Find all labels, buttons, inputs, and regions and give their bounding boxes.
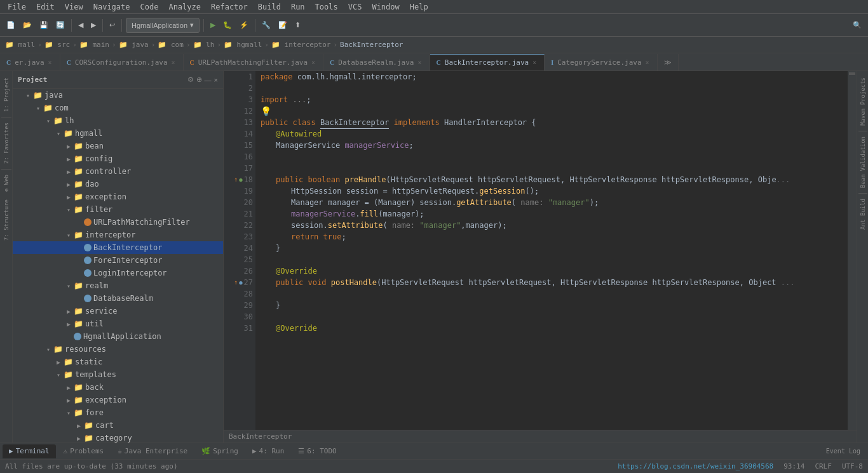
tree-hgmall[interactable]: ▾ 📁 hgmall <box>13 127 223 140</box>
tree-static[interactable]: ▶ 📁 static <box>13 356 223 368</box>
sidebar-settings[interactable]: ⚙ <box>187 76 194 84</box>
tree-dbrealm[interactable]: ▶ DatabaseRealm <box>13 292 223 305</box>
tab-cors-close[interactable]: × <box>170 59 177 66</box>
tree-lh[interactable]: ▾ 📁 lh <box>13 114 223 127</box>
sync-btn[interactable]: 🔄 <box>53 17 67 34</box>
menu-vcs[interactable]: VCS <box>343 0 367 14</box>
menu-code[interactable]: Code <box>135 0 164 14</box>
code-content[interactable]: package com.lh.hgmall.interceptor; impor… <box>255 71 848 430</box>
back-btn[interactable]: ◀ <box>76 17 86 34</box>
tab-catservice[interactable]: I CategoryService.java × <box>545 54 657 70</box>
tab-urlpath-close[interactable]: × <box>310 59 316 66</box>
save-btn[interactable]: 💾 <box>37 17 51 34</box>
run-with-coverage-btn[interactable]: ⚡ <box>237 17 251 34</box>
tree-exception[interactable]: ▶ 📁 exception <box>13 190 223 203</box>
tab-er-close[interactable]: × <box>47 59 53 66</box>
tab-dbrealm[interactable]: C DatabaseRealm.java × <box>323 54 430 70</box>
tab-more[interactable]: ≫ <box>658 54 679 70</box>
tree-realm[interactable]: ▾ 📁 realm <box>13 279 223 292</box>
tree-tmpl-exception[interactable]: ▶ 📁 exception <box>13 394 223 406</box>
menu-navigate[interactable]: Navigate <box>88 0 135 14</box>
debug-btn[interactable]: 🐛 <box>220 17 234 34</box>
event-log-btn[interactable]: Event Log <box>821 448 865 455</box>
breadcrumb-lh[interactable]: 📁 lh <box>193 41 215 49</box>
tab-dbrealm-close[interactable]: × <box>417 59 423 66</box>
tree-resources[interactable]: ▾ 📁 resources <box>13 343 223 356</box>
tree-hgmallapp[interactable]: ▶ HgmallApplication <box>13 330 223 343</box>
tree-config[interactable]: ▶ 📁 config <box>13 152 223 165</box>
forward-btn[interactable]: ▶ <box>88 17 98 34</box>
tab-cors[interactable]: C CORSConfiguration.java × <box>60 54 184 70</box>
tab-urlpath[interactable]: C URLPathMatchingFilter.java × <box>184 54 323 70</box>
tree-bean[interactable]: ▶ 📁 bean <box>13 140 223 152</box>
menu-run[interactable]: Run <box>286 0 310 14</box>
push-btn[interactable]: ⬆ <box>292 17 303 34</box>
tree-java[interactable]: ▾ 📁 java <box>13 89 223 102</box>
menu-tools[interactable]: Tools <box>310 0 343 14</box>
project-panel-label[interactable]: 1: Project <box>2 74 11 116</box>
footer-tab-problems[interactable]: ⚠ Problems <box>57 444 111 458</box>
sidebar-collapse[interactable]: — <box>205 76 212 84</box>
tree-back-folder[interactable]: ▶ 📁 back <box>13 381 223 394</box>
footer-tab-run[interactable]: ▶ 4: Run <box>246 444 290 458</box>
tree-service[interactable]: ▶ 📁 service <box>13 305 223 317</box>
menu-analyze[interactable]: Analyze <box>163 0 206 14</box>
breadcrumb-file[interactable]: BackInterceptor <box>340 41 403 49</box>
tree-category[interactable]: ▶ 📁 category <box>13 432 223 443</box>
maven-panel-label[interactable]: Maven Projects <box>858 74 867 130</box>
tree-controller[interactable]: ▶ 📁 controller <box>13 165 223 178</box>
footer-tab-todo[interactable]: ☰ 6: TODO <box>292 444 342 458</box>
search-everywhere-btn[interactable]: 🔍 <box>850 17 864 34</box>
tree-cart[interactable]: ▶ 📁 cart <box>13 419 223 432</box>
web-panel-label[interactable]: ⊕ Web <box>2 171 11 196</box>
tree-templates[interactable]: ▾ 📁 templates <box>13 368 223 381</box>
breadcrumb-hgmall[interactable]: 📁 hgmall <box>224 41 262 49</box>
footer-tab-terminal[interactable]: ▶ Terminal <box>3 444 56 458</box>
tree-logininterceptor[interactable]: ▶ LoginInterceptor <box>13 267 223 279</box>
favorites-panel-label[interactable]: 2: Favorites <box>2 119 11 168</box>
tree-interceptor[interactable]: ▾ 📁 interceptor <box>13 229 223 241</box>
vcs-btn[interactable]: 🔧 <box>259 17 273 34</box>
breadcrumb-java[interactable]: 📁 java <box>119 41 149 49</box>
run-btn[interactable]: ▶ <box>208 17 218 34</box>
breadcrumb-src[interactable]: 📁 src <box>44 41 71 49</box>
open-btn[interactable]: 📂 <box>20 17 34 34</box>
tree-foreinterceptor[interactable]: ▶ ForeInterceptor <box>13 254 223 267</box>
menu-help[interactable]: Help <box>405 0 433 14</box>
tree-backinterceptor[interactable]: ▶ BackInterceptor <box>13 241 223 254</box>
scrollbar-thumb[interactable] <box>849 72 855 75</box>
breadcrumb-mall[interactable]: 📁 mall <box>5 41 35 49</box>
tab-back[interactable]: C BackInterceptor.java × <box>430 54 545 70</box>
tab-catservice-close[interactable]: × <box>644 59 651 66</box>
breadcrumb-main[interactable]: 📁 main <box>79 41 109 49</box>
sidebar-close[interactable]: × <box>214 76 218 84</box>
bean-panel-label[interactable]: Bean Validation <box>858 133 867 192</box>
tree-util[interactable]: ▶ 📁 util <box>13 317 223 330</box>
menu-build[interactable]: Build <box>253 0 286 14</box>
menu-refactor[interactable]: Refactor <box>206 0 253 14</box>
new-file-btn[interactable]: 📄 <box>4 17 18 34</box>
structure-panel-label[interactable]: 7: Structure <box>2 196 11 244</box>
menu-file[interactable]: File <box>3 0 31 14</box>
tree-dao[interactable]: ▶ 📁 dao <box>13 178 223 190</box>
breadcrumb-interceptor[interactable]: 📁 interceptor <box>271 41 330 49</box>
menu-window[interactable]: Window <box>367 0 404 14</box>
breadcrumb-com[interactable]: 📁 com <box>158 41 184 49</box>
footer-tab-javaenterprise[interactable]: ☕ Java Enterprise <box>111 444 194 458</box>
menu-edit[interactable]: Edit <box>31 0 60 14</box>
csdn-link[interactable]: https://blog.csdn.net/weixin_36904568 <box>618 462 773 470</box>
tree-com[interactable]: ▾ 📁 com <box>13 102 223 114</box>
tree-fore-folder[interactable]: ▾ 📁 fore <box>13 406 223 419</box>
commit-btn[interactable]: 📝 <box>276 17 290 34</box>
code-editor[interactable]: 1 2 3 12 13 14 15 16 17 ↑ ● 18 19 20 <box>224 71 857 443</box>
ant-panel-label[interactable]: Ant Build <box>858 195 867 234</box>
undo-btn[interactable]: ↩ <box>107 17 118 34</box>
footer-tab-spring[interactable]: 🌿 Spring <box>195 444 245 458</box>
tab-er[interactable]: C er.java × <box>0 54 60 70</box>
sidebar-scroll-from-source[interactable]: ⊕ <box>196 76 202 84</box>
menu-view[interactable]: View <box>60 0 88 14</box>
app-selector[interactable]: HgmallApplication ▾ <box>126 18 200 33</box>
tree-filter[interactable]: ▾ 📁 filter <box>13 203 223 216</box>
tab-back-close[interactable]: × <box>531 59 538 66</box>
tree-urlpath[interactable]: ▶ URLPathMatchingFilter <box>13 216 223 229</box>
